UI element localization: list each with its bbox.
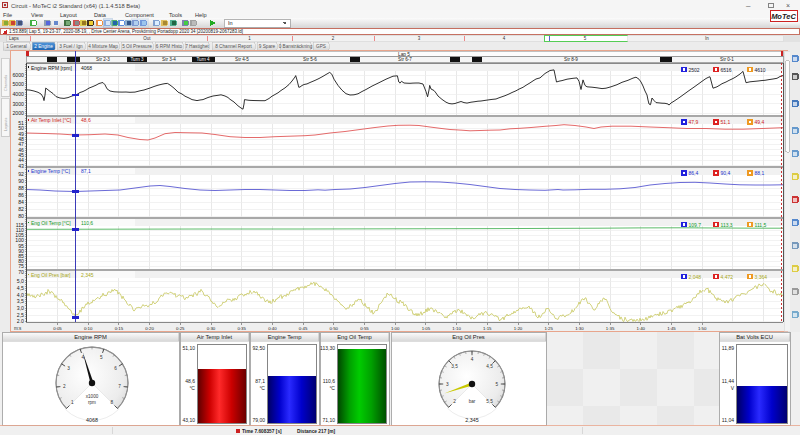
svg-text:3,364: 3,364	[755, 274, 768, 280]
svg-text:6000: 6000	[12, 72, 24, 78]
svg-text:5000: 5000	[12, 81, 24, 87]
svg-text:11,89: 11,89	[722, 345, 734, 351]
svg-text:Channels: Channels	[4, 75, 8, 91]
svg-text:43,10: 43,10	[182, 417, 195, 423]
svg-text:°C: °C	[189, 385, 195, 391]
svg-text:90: 90	[18, 178, 24, 184]
svg-text:0:25: 0:25	[176, 326, 185, 331]
svg-text:2502: 2502	[689, 67, 700, 73]
svg-text:Eng Oil Pres [bar]: Eng Oil Pres [bar]	[31, 272, 71, 278]
svg-text:11,04: 11,04	[722, 417, 734, 423]
svg-text:8: 8	[110, 400, 113, 405]
svg-text:1:00: 1:00	[391, 326, 400, 331]
svg-text:84: 84	[18, 199, 24, 205]
svg-text:Str 6-7: Str 6-7	[398, 57, 412, 62]
svg-text:4: 4	[471, 357, 474, 362]
svg-text:Out: Out	[143, 36, 151, 41]
svg-text:0:30: 0:30	[207, 326, 216, 331]
svg-text:110,6: 110,6	[81, 220, 93, 226]
svg-text:51,1: 51,1	[721, 119, 731, 125]
svg-text:0:20: 0:20	[145, 326, 154, 331]
svg-text:79,00: 79,00	[252, 417, 265, 423]
svg-text:1:25: 1:25	[544, 326, 553, 331]
svg-text:Bat Volts ECU: Bat Volts ECU	[736, 334, 773, 340]
svg-text:Distance 217 [m]: Distance 217 [m]	[297, 429, 336, 434]
svg-text:Str 8-9: Str 8-9	[564, 57, 578, 62]
svg-text:MoTeC: MoTeC	[771, 12, 796, 21]
svg-text:4,5: 4,5	[17, 285, 24, 291]
svg-text:1:20: 1:20	[514, 326, 523, 331]
svg-text:Circuit - MoTeC i2 Standard (x: Circuit - MoTeC i2 Standard (x64) (1.1.4…	[11, 3, 140, 9]
svg-text:Layouts: Layouts	[4, 118, 8, 131]
svg-text:47,9: 47,9	[689, 119, 699, 125]
svg-text:2 Engine: 2 Engine	[34, 44, 53, 49]
svg-text:Str 0-1: Str 0-1	[720, 57, 734, 62]
svg-text:0:10: 0:10	[84, 326, 93, 331]
svg-text:4,472: 4,472	[721, 274, 734, 280]
svg-text:4,5: 4,5	[486, 364, 493, 369]
svg-text:7: 7	[118, 384, 121, 389]
svg-text:1:50: 1:50	[698, 326, 707, 331]
svg-text:In: In	[705, 36, 709, 41]
svg-text:3 Fuel / Ign: 3 Fuel / Ign	[59, 44, 83, 49]
svg-text:°C: °C	[329, 385, 335, 391]
svg-text:2: 2	[63, 384, 66, 389]
svg-text:88,1: 88,1	[755, 170, 765, 176]
svg-text:3,5: 3,5	[451, 364, 458, 369]
svg-text:6516: 6516	[721, 67, 732, 73]
svg-text:1:53.889| Lap 5, 19-23-37, 202: 1:53.889| Lap 5, 19-23-37, 2020-08-19, ,…	[9, 28, 243, 34]
svg-text:0:55: 0:55	[360, 326, 369, 331]
svg-text:Eng Oil Temp: Eng Oil Temp	[337, 334, 372, 340]
svg-text:88: 88	[18, 185, 24, 191]
svg-text:92,50: 92,50	[252, 345, 265, 351]
svg-text:1: 1	[71, 400, 74, 405]
svg-text:GPS: GPS	[316, 44, 326, 49]
svg-text:5,0: 5,0	[17, 278, 24, 284]
svg-text:9 Spare: 9 Spare	[259, 44, 276, 49]
svg-text:0:05: 0:05	[53, 326, 62, 331]
svg-text:82: 82	[18, 206, 24, 212]
svg-text:m:s: m:s	[14, 326, 22, 331]
svg-text:109,7: 109,7	[689, 222, 702, 228]
svg-text:5: 5	[495, 382, 498, 387]
svg-text:1:45: 1:45	[667, 326, 676, 331]
svg-text:Str 4-5: Str 4-5	[235, 57, 249, 62]
svg-text:Help: Help	[195, 12, 207, 18]
svg-text:Engine Temp: Engine Temp	[268, 334, 302, 340]
svg-text:Str 2-3: Str 2-3	[96, 57, 110, 62]
svg-text:File: File	[3, 12, 12, 18]
svg-text:4000: 4000	[12, 91, 24, 97]
svg-text:0:35: 0:35	[237, 326, 246, 331]
svg-text:8 Channel Report: 8 Channel Report	[215, 44, 252, 49]
svg-text:5,5: 5,5	[486, 399, 493, 404]
svg-text:1:05: 1:05	[422, 326, 431, 331]
svg-text:70: 70	[18, 269, 24, 275]
svg-text:3,0: 3,0	[17, 305, 24, 311]
svg-text:4,0: 4,0	[17, 292, 24, 298]
svg-text:3: 3	[67, 366, 70, 371]
svg-text:80: 80	[18, 213, 24, 219]
svg-text:5: 5	[100, 355, 103, 360]
svg-text:113,3: 113,3	[721, 222, 733, 228]
svg-text:6 RPM Histo: 6 RPM Histo	[156, 44, 183, 49]
svg-text:Eng Oil Temp [°C]: Eng Oil Temp [°C]	[31, 220, 71, 226]
svg-text:86,4: 86,4	[689, 170, 699, 176]
svg-text:111,5: 111,5	[755, 222, 767, 228]
svg-text:0:50: 0:50	[330, 326, 339, 331]
svg-text:113,30: 113,30	[320, 345, 335, 351]
svg-text:In: In	[228, 20, 233, 26]
svg-text:Engine RPM [rpm]: Engine RPM [rpm]	[31, 65, 72, 71]
svg-text:48,6: 48,6	[81, 117, 91, 123]
svg-text:4068: 4068	[86, 417, 98, 423]
svg-text:86: 86	[18, 192, 24, 198]
svg-text:2,345: 2,345	[81, 272, 94, 278]
svg-text:×: ×	[786, 2, 790, 9]
svg-text:4610: 4610	[755, 67, 766, 73]
svg-text:3000: 3000	[12, 101, 24, 107]
svg-text:Time 7.608357 [s]: Time 7.608357 [s]	[242, 429, 282, 434]
svg-text:Turn 3: Turn 3	[130, 57, 144, 62]
svg-text:92: 92	[18, 171, 24, 177]
svg-text:Layout: Layout	[60, 12, 77, 18]
svg-text:Air Temp Inlet: Air Temp Inlet	[197, 334, 233, 340]
svg-text:49,4: 49,4	[755, 119, 765, 125]
